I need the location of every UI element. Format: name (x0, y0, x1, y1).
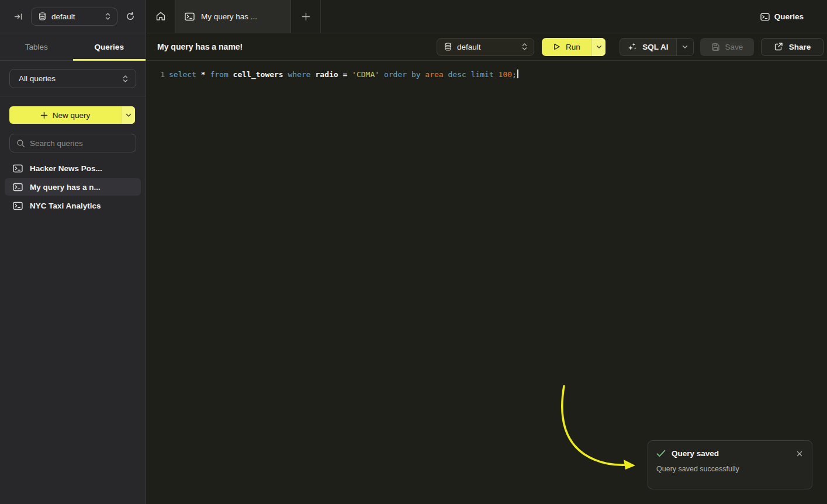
chevrons-up-down-icon (122, 75, 129, 83)
query-list-item[interactable]: NYC Taxi Analytics (5, 197, 141, 214)
save-icon (711, 43, 720, 51)
new-query-label: New query (53, 111, 91, 120)
sql-ai-button[interactable]: SQL AI (620, 38, 694, 56)
terminal-icon (185, 12, 195, 21)
sql-editor[interactable]: 1 select * from cell_towers where radio … (147, 61, 827, 504)
database-icon (39, 12, 46, 20)
chevrons-up-down-icon (521, 43, 528, 51)
active-query-tab[interactable]: My query has ... (175, 0, 291, 33)
save-button[interactable]: Save (700, 38, 754, 56)
play-icon (553, 43, 560, 51)
text-cursor (517, 69, 518, 78)
share-icon (774, 42, 783, 51)
home-icon (155, 11, 166, 22)
toast-close-button[interactable] (795, 450, 804, 458)
check-icon (656, 450, 666, 457)
query-list-item[interactable]: My query has a n... (5, 178, 141, 196)
query-name: My query has a n... (30, 183, 101, 192)
queries-shortcut-label: Queries (774, 12, 804, 21)
collapse-sidebar-button[interactable] (12, 10, 25, 23)
terminal-icon (13, 183, 23, 192)
terminal-icon (13, 201, 23, 210)
query-search (9, 134, 136, 152)
terminal-icon (13, 164, 23, 173)
refresh-button[interactable] (123, 9, 137, 23)
sidebar-body: All queries New query (0, 61, 146, 504)
query-list: Hacker News Pos... My query has a n... (5, 159, 141, 214)
close-icon (797, 451, 802, 457)
run-label: Run (566, 43, 580, 51)
tab-title: My query has ... (201, 12, 257, 21)
query-name: NYC Taxi Analytics (30, 201, 101, 210)
toolbar-actions: default Run (437, 38, 823, 56)
save-label: Save (725, 43, 743, 51)
database-selector-header[interactable]: default (31, 8, 117, 26)
database-icon (444, 43, 452, 51)
run-button[interactable]: Run (542, 38, 605, 56)
tab-tables[interactable]: Tables (0, 33, 73, 60)
tab-bar: My query has ... (147, 0, 827, 33)
new-query-button[interactable]: New query (9, 106, 135, 124)
home-button[interactable] (147, 0, 175, 33)
plus-icon (302, 12, 310, 21)
refresh-icon (126, 12, 135, 21)
database-selector-value: default (457, 43, 516, 51)
search-icon (16, 139, 25, 148)
chevrons-up-down-icon (105, 12, 111, 20)
database-selector-value: default (51, 12, 99, 21)
line-number: 1 (147, 68, 165, 81)
search-queries-input[interactable] (30, 139, 130, 148)
sparkles-icon (628, 42, 637, 51)
sidebar-header: default (0, 0, 146, 33)
toast-message: Query saved successfully (656, 465, 804, 473)
query-list-item[interactable]: Hacker News Pos... (5, 159, 141, 177)
code-line: 1 select * from cell_towers where radio … (147, 68, 827, 81)
tab-queries[interactable]: Queries (73, 33, 146, 60)
queries-shortcut-button[interactable]: Queries (760, 0, 804, 33)
share-label: Share (789, 43, 811, 51)
plus-icon (40, 112, 48, 119)
editor-toolbar: My query has a name! default (147, 33, 827, 61)
toast-title: Query saved (672, 449, 790, 458)
run-options-dropdown[interactable] (591, 38, 605, 56)
toast-notification: Query saved Query saved successfully (648, 440, 812, 489)
page-title: My query has a name! (157, 42, 243, 51)
query-scope-value: All queries (19, 74, 122, 83)
sidebar-tabs: Tables Queries (0, 33, 146, 61)
sql-code[interactable]: select * from cell_towers where radio = … (169, 68, 518, 81)
share-button[interactable]: Share (761, 38, 823, 56)
query-name: Hacker News Pos... (30, 164, 102, 173)
sidebar-divider (0, 96, 146, 96)
query-scope-select[interactable]: All queries (9, 69, 136, 88)
new-tab-button[interactable] (291, 0, 320, 33)
terminal-icon (760, 13, 770, 21)
new-query-dropdown[interactable] (121, 106, 135, 124)
database-selector-toolbar[interactable]: default (437, 38, 534, 56)
collapse-sidebar-icon (14, 12, 23, 21)
sql-ai-label: SQL AI (642, 43, 668, 51)
sidebar: default Tables Queries All queries (0, 0, 146, 504)
sql-ai-dropdown[interactable] (676, 39, 693, 55)
tab-bar-divider (320, 0, 321, 33)
